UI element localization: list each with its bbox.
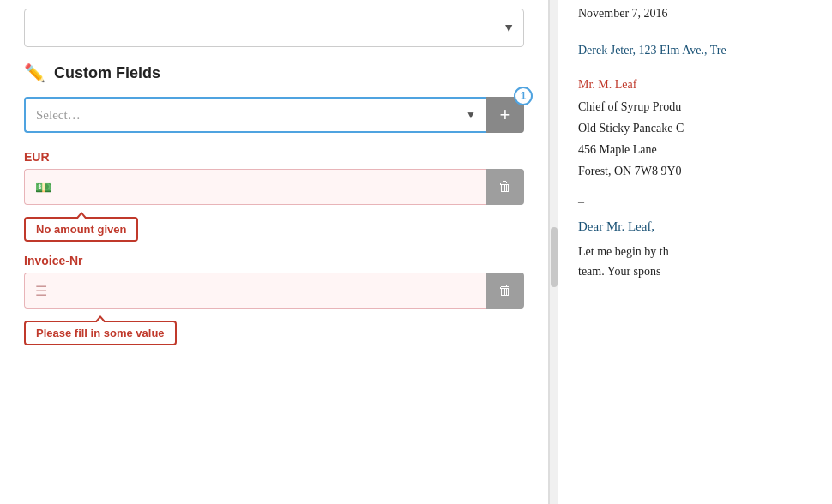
currency-icon: 💵 xyxy=(35,179,52,195)
eur-error-text: No amount given xyxy=(36,223,126,236)
body-text-cont: team. Your spons xyxy=(578,265,660,278)
scrollbar-track[interactable] xyxy=(549,0,558,504)
top-section: ▼ xyxy=(24,9,524,47)
address-text: Derek Jeter, 123 Elm Ave., Tre xyxy=(578,44,726,57)
scrollbar-thumb[interactable] xyxy=(551,227,558,287)
section-header: ✏️ Custom Fields xyxy=(24,63,524,83)
eur-field-row: 💵 🗑 xyxy=(24,169,524,205)
left-panel: ▼ ✏️ Custom Fields ▼ Select… + 1 EUR xyxy=(0,0,549,504)
eur-label: EUR xyxy=(24,150,524,164)
lines-icon: ☰ xyxy=(35,283,47,299)
add-button-wrapper: + 1 xyxy=(486,97,524,133)
letter-divider: – xyxy=(578,195,811,209)
recipient-company: Old Sticky Pancake C xyxy=(578,117,811,139)
recipient-city: Forest, ON 7W8 9Y0 xyxy=(578,160,811,182)
field-type-select-wrapper: ▼ Select… xyxy=(24,97,486,133)
invoice-input-wrapper: ☰ xyxy=(24,273,486,309)
eur-input-wrapper: 💵 xyxy=(24,169,486,205)
field-count-badge: 1 xyxy=(514,87,533,105)
trash-icon-2: 🗑 xyxy=(498,283,512,298)
letter-body: Let me begin by th team. Your spons xyxy=(578,243,811,281)
right-panel: November 7, 2016 Derek Jeter, 123 Elm Av… xyxy=(558,0,832,504)
letter-recipient: Mr. M. Leaf Chief of Syrup Produ Old Sti… xyxy=(578,74,811,182)
chevron-down-icon: ▼ xyxy=(503,21,515,35)
field-type-select[interactable] xyxy=(26,99,486,131)
eur-delete-button[interactable]: 🗑 xyxy=(486,169,524,205)
custom-fields-title: Custom Fields xyxy=(54,64,160,82)
letter-date: November 7, 2016 xyxy=(578,7,811,21)
letter-address: Derek Jeter, 123 Elm Ave., Tre xyxy=(578,41,811,60)
recipient-role: Chief of Syrup Produ xyxy=(578,96,811,117)
body-text-start: Let me begin by th xyxy=(578,245,669,258)
invoice-label: Invoice-Nr xyxy=(24,254,524,267)
recipient-name: Mr. M. Leaf xyxy=(578,74,811,95)
invoice-error-tooltip: Please fill in some value xyxy=(24,321,177,345)
letter-greeting: Dear Mr. Leaf, xyxy=(578,219,811,234)
select-row: ▼ Select… + 1 xyxy=(24,97,524,133)
pencil-icon: ✏️ xyxy=(24,63,45,83)
eur-error-tooltip: No amount given xyxy=(24,217,138,242)
invoice-delete-button[interactable]: 🗑 xyxy=(486,273,524,309)
eur-field-group: EUR 💵 🗑 No amount given xyxy=(24,150,524,242)
invoice-field-group: Invoice-Nr ☰ 🗑 Please fill in some value xyxy=(24,254,524,345)
invoice-error-text: Please fill in some value xyxy=(36,327,165,339)
custom-fields-section: ✏️ Custom Fields ▼ Select… + 1 EUR 💵 xyxy=(0,47,548,345)
recipient-street: 456 Maple Lane xyxy=(578,139,811,160)
invoice-field-row: ☰ 🗑 xyxy=(24,273,524,309)
trash-icon: 🗑 xyxy=(498,179,512,195)
